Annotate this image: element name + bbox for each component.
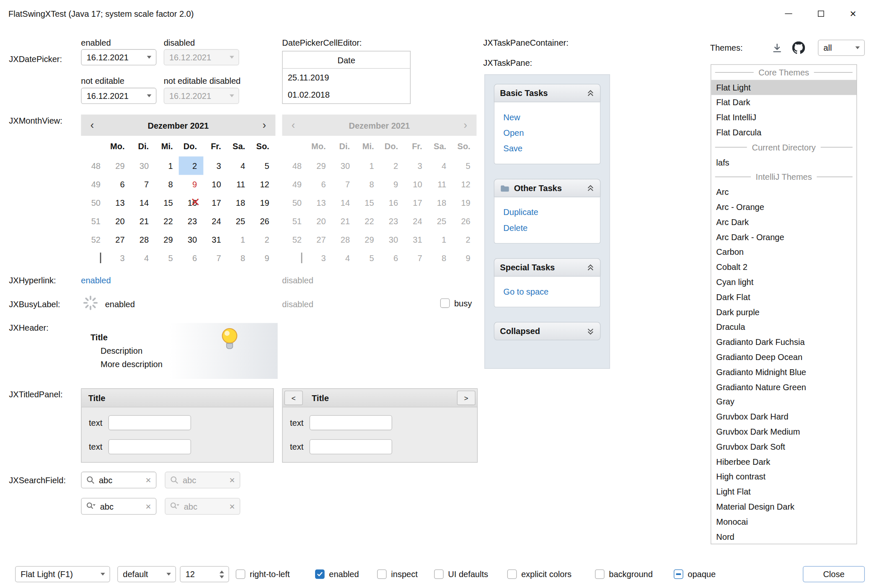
theme-item[interactable]: lafs: [711, 155, 856, 170]
theme-item[interactable]: Gradianto Nature Green: [711, 379, 856, 394]
calendar-day[interactable]: 4: [131, 249, 155, 267]
calendar-day[interactable]: 24: [203, 212, 228, 230]
calendar-day[interactable]: 21: [332, 212, 356, 230]
calendar-day[interactable]: 6: [107, 175, 131, 193]
calendar-day[interactable]: 14: [131, 193, 155, 212]
calendar-day[interactable]: 29: [356, 230, 380, 249]
prev-month-button[interactable]: ‹: [81, 119, 103, 131]
calendar-day[interactable]: 26: [251, 212, 276, 230]
theme-item[interactable]: Cyan light: [711, 275, 856, 290]
calendar-day[interactable]: 27: [308, 230, 332, 249]
calendar-day[interactable]: 3: [203, 156, 228, 175]
taskpane-header[interactable]: Other Tasks: [494, 179, 601, 197]
checkbox-explicit-colors[interactable]: explicit colors: [507, 566, 572, 583]
themes-filter-combo[interactable]: all: [818, 40, 865, 56]
calendar-day[interactable]: 18: [428, 193, 453, 212]
calendar-day[interactable]: 31: [404, 230, 429, 249]
theme-item[interactable]: Flat Dark: [711, 95, 856, 110]
maximize-button[interactable]: [804, 0, 837, 27]
calendar-day[interactable]: 11: [227, 175, 251, 193]
theme-item[interactable]: Material Design Dark: [711, 499, 856, 514]
calendar-day[interactable]: 29: [308, 156, 332, 175]
theme-item[interactable]: Arc: [711, 184, 856, 199]
calendar-day[interactable]: 15: [155, 193, 179, 212]
calendar-day[interactable]: 9: [453, 249, 477, 267]
calendar-day[interactable]: 24: [404, 212, 429, 230]
theme-item[interactable]: Gruvbox Dark Soft: [711, 439, 856, 454]
calendar-day[interactable]: 7: [332, 175, 356, 193]
calendar-day[interactable]: 7: [203, 249, 228, 267]
theme-item[interactable]: Dark purple: [711, 304, 856, 319]
taskpane-header[interactable]: Special Tasks: [494, 258, 601, 277]
checkbox-right-to-left[interactable]: right-to-left: [236, 566, 290, 583]
taskpane-header[interactable]: Basic Tasks: [494, 84, 601, 102]
calendar-day[interactable]: 22: [356, 212, 380, 230]
calendar-day[interactable]: 12: [251, 175, 276, 193]
theme-item[interactable]: Flat Light: [711, 80, 856, 95]
calendar-day[interactable]: 16: [380, 193, 404, 212]
calendar-day[interactable]: 5: [356, 249, 380, 267]
font-size-spinner[interactable]: 12: [180, 566, 229, 583]
search-value[interactable]: abc: [100, 502, 142, 511]
datepicker-enabled[interactable]: 16.12.2021: [81, 49, 156, 65]
taskpane-link[interactable]: Save: [503, 141, 591, 156]
calendar-day[interactable]: 15: [356, 193, 380, 212]
theme-item[interactable]: Nord: [711, 529, 856, 544]
calendar-day[interactable]: 6: [380, 249, 404, 267]
calendar-day[interactable]: 17: [404, 193, 429, 212]
calendar-day[interactable]: 7: [404, 249, 429, 267]
calendar-day[interactable]: 5: [453, 156, 477, 175]
taskpane-link[interactable]: New: [503, 109, 591, 125]
minimize-button[interactable]: [772, 0, 804, 27]
calendar-day[interactable]: 27: [107, 230, 131, 249]
checkbox-opaque[interactable]: opaque: [674, 566, 716, 583]
calendar-day[interactable]: 1: [227, 230, 251, 249]
download-icon[interactable]: [771, 41, 784, 55]
calendar-day[interactable]: 4: [332, 249, 356, 267]
taskpane-link[interactable]: Duplicate: [503, 205, 591, 220]
titledpanel-text-input[interactable]: [310, 415, 392, 430]
calendar-day[interactable]: 3: [107, 249, 131, 267]
calendar-day[interactable]: 30: [332, 156, 356, 175]
calendar-day[interactable]: 8: [356, 175, 380, 193]
hyperlink-enabled[interactable]: enabled: [81, 275, 111, 285]
spinner-buttons[interactable]: [215, 567, 228, 582]
checkbox-background[interactable]: background: [595, 566, 653, 583]
calendar-day[interactable]: 1: [356, 156, 380, 175]
theme-item[interactable]: Carbon: [711, 244, 856, 259]
close-button[interactable]: Close: [803, 566, 865, 583]
calendar-day[interactable]: 2: [380, 156, 404, 175]
theme-item[interactable]: Flat Darcula: [711, 125, 856, 140]
calendar-day[interactable]: 26: [453, 212, 477, 230]
table-row[interactable]: 25.11.2019: [283, 69, 410, 86]
themes-list[interactable]: Core ThemesFlat LightFlat DarkFlat Intel…: [711, 64, 857, 544]
calendar-day[interactable]: 9: [179, 175, 203, 193]
calendar-day[interactable]: 14: [332, 193, 356, 212]
close-window-button[interactable]: ✕: [837, 0, 869, 27]
checkbox-enabled[interactable]: enabled: [315, 566, 359, 583]
table-row[interactable]: 01.02.2018: [283, 86, 410, 103]
calendar-day[interactable]: 9: [380, 175, 404, 193]
calendar-day[interactable]: 19: [453, 193, 477, 212]
search-value[interactable]: abc: [99, 475, 141, 485]
laf-combo[interactable]: Flat Light (F1): [15, 566, 110, 583]
theme-item[interactable]: High contrast: [711, 469, 856, 484]
calendar-day[interactable]: 5: [251, 156, 276, 175]
calendar-day[interactable]: 22: [155, 212, 179, 230]
calendar-day[interactable]: 21: [131, 212, 155, 230]
theme-item[interactable]: Dracula: [711, 319, 856, 334]
theme-item[interactable]: Arc Dark - Orange: [711, 230, 856, 245]
calendar-day[interactable]: 4: [428, 156, 453, 175]
calendar-day[interactable]: 19: [251, 193, 276, 212]
calendar-day[interactable]: 31: [203, 230, 228, 249]
calendar-day[interactable]: 8: [155, 175, 179, 193]
taskpane-link[interactable]: Open: [503, 125, 591, 141]
calendar-day[interactable]: 8: [227, 249, 251, 267]
calendar-day[interactable]: 25: [428, 212, 453, 230]
calendar-day[interactable]: 30: [380, 230, 404, 249]
prev-button[interactable]: <: [284, 391, 303, 405]
theme-item[interactable]: Gradianto Dark Fuchsia: [711, 334, 856, 350]
calendar-day[interactable]: 5: [155, 249, 179, 267]
calendar-day[interactable]: 23: [179, 212, 203, 230]
calendar-day[interactable]: 2: [179, 156, 203, 175]
